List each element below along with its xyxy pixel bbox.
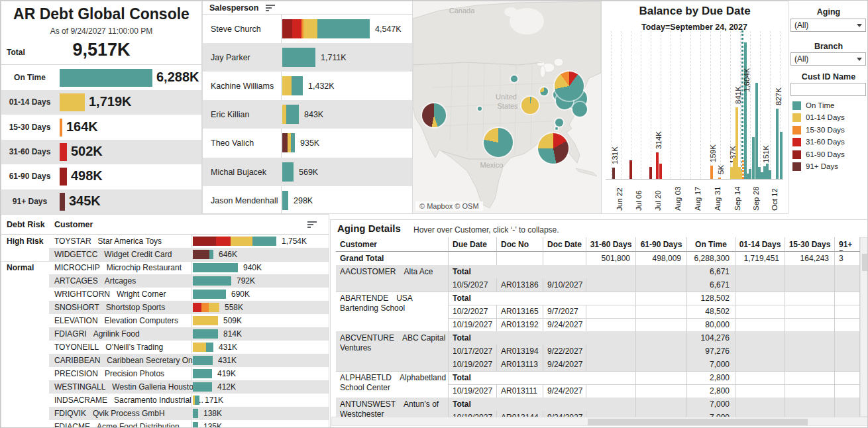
customer-row[interactable]: WRIGHTCORNWright Corner690K — [1, 288, 329, 301]
balance-bar[interactable] — [612, 168, 615, 179]
customer-row[interactable]: TOYONEILLO’Neill’s Trading431K — [1, 341, 329, 354]
customer-group-cell[interactable]: AACUSTOMERAlta Ace — [336, 265, 449, 292]
customer-row[interactable]: FDIAGRIAgrilink Food814K — [1, 327, 329, 341]
legend-item[interactable]: 61-90 Days — [792, 149, 865, 161]
horizontal-scrollbar-thumb[interactable] — [588, 419, 808, 425]
balance-bar[interactable] — [776, 109, 779, 179]
customer-bar[interactable] — [193, 316, 218, 325]
salesperson-bar[interactable] — [282, 76, 303, 95]
salesperson-name: Kachine Williams — [211, 81, 274, 91]
balance-bar[interactable] — [710, 166, 713, 179]
customer-row[interactable]: PRECISIONPrecision Photos419K — [1, 367, 329, 380]
gridline — [661, 31, 661, 179]
customer-bar[interactable] — [193, 290, 226, 299]
kpi-bar[interactable] — [60, 69, 152, 87]
map-pie-mark[interactable] — [478, 107, 482, 111]
customer-bar[interactable] — [193, 422, 198, 428]
branch-filter-dropdown[interactable]: (All) — [790, 52, 866, 66]
customer-row[interactable]: ARTCAGESArtcages792K — [1, 274, 329, 288]
salesperson-row: Steve Church4,547K — [203, 15, 412, 43]
x-axis-tick-label: Aug 17 — [694, 187, 702, 211]
customer-bar[interactable] — [193, 356, 213, 365]
kpi-row-value: 498K — [71, 168, 103, 184]
map-pie-mark[interactable] — [422, 103, 446, 127]
table-cell — [449, 252, 497, 265]
balance-bar[interactable] — [780, 132, 783, 179]
customer-row[interactable]: WESTINGALLWestin Galleria Houston412K — [1, 380, 329, 394]
kpi-bar[interactable] — [60, 193, 65, 211]
customer-bar[interactable] — [193, 329, 218, 339]
balance-bar[interactable] — [659, 164, 662, 179]
balance-bar[interactable] — [744, 42, 747, 179]
kpi-bar[interactable] — [60, 93, 85, 111]
kpi-bar[interactable] — [60, 119, 62, 136]
balance-bar[interactable] — [769, 170, 771, 179]
customer-bar[interactable] — [193, 250, 213, 259]
vertical-scrollbar[interactable] — [860, 237, 868, 417]
salesperson-bar[interactable] — [282, 162, 294, 182]
bar-segment — [252, 237, 276, 246]
customer-row[interactable]: FDIACMEAcme Food Distribution135K — [1, 420, 329, 428]
customer-row[interactable]: NormalMICROCHIPMicrochip Restaurant940K — [1, 261, 329, 274]
balance-bar[interactable] — [656, 152, 659, 179]
legend-item[interactable]: 15-30 Days — [792, 125, 865, 136]
legend-item[interactable]: On Time — [792, 100, 865, 112]
table-cell — [735, 371, 785, 384]
customer-row[interactable]: CARIBBEANCaribbean Secretary Online431K — [1, 354, 329, 367]
customer-row[interactable]: SNOSHORTShortstop Sports558K — [1, 301, 329, 314]
table-cell — [785, 358, 835, 371]
sort-descending-icon[interactable] — [266, 5, 275, 13]
map-pie-mark[interactable] — [555, 119, 563, 127]
customer-bar[interactable] — [193, 263, 238, 272]
kpi-bar[interactable] — [60, 143, 67, 161]
aging-filter-dropdown[interactable]: (All) — [790, 19, 866, 32]
customer-row[interactable]: FDIQVIKQvik Process GmbH138K — [1, 407, 329, 420]
salesperson-bar[interactable] — [282, 191, 288, 210]
customer-group-cell[interactable]: ABCVENTUREABC Capital Ventures — [336, 331, 449, 371]
salesperson-bar[interactable] — [282, 133, 295, 152]
customer-bar[interactable] — [193, 382, 212, 392]
horizontal-scrollbar[interactable] — [331, 417, 868, 426]
customer-row[interactable]: ELEVATIONElevation Computers509K — [1, 314, 329, 327]
customer-bar[interactable] — [193, 369, 212, 378]
balance-bar[interactable] — [752, 137, 755, 179]
customer-bar[interactable] — [193, 303, 219, 312]
sort-descending-icon[interactable] — [307, 221, 317, 229]
customer-row[interactable]: High RiskTOYSTARStar America Toys1,754K — [1, 235, 329, 248]
table-cell — [735, 318, 785, 331]
legend-item[interactable]: 31-60 Days — [792, 136, 865, 148]
kpi-bar[interactable] — [60, 168, 67, 186]
balance-bar[interactable] — [755, 83, 758, 179]
customer-value: 940K — [243, 263, 262, 272]
map-pie-mark[interactable] — [484, 128, 513, 157]
salesperson-bar[interactable] — [282, 48, 315, 67]
customer-group-cell[interactable]: ABARTENDEUSA Bartending School — [336, 292, 449, 331]
customer-bar[interactable] — [193, 396, 199, 405]
balance-bar[interactable] — [718, 178, 721, 179]
customer-bar[interactable] — [193, 237, 276, 246]
customer-bar[interactable] — [193, 276, 231, 286]
map-panel[interactable]: CanadaUnitedStatesMexico © Mapbox © OSM — [412, 1, 602, 214]
balance-bar[interactable] — [649, 167, 652, 179]
table-cell — [835, 358, 860, 371]
customer-group-cell[interactable]: ALPHABETLDAlphabetland School Center — [336, 371, 449, 398]
cust-id-name-input[interactable] — [790, 83, 866, 96]
map-pie-mark[interactable] — [555, 127, 558, 130]
map-pie-mark[interactable] — [572, 102, 587, 117]
map-pie-mark[interactable] — [511, 76, 517, 82]
customer-bar[interactable] — [193, 409, 198, 418]
vertical-scrollbar-thumb[interactable] — [862, 254, 868, 271]
salesperson-bar[interactable] — [282, 19, 370, 38]
legend-item[interactable]: 91+ Days — [792, 161, 865, 173]
salesperson-bar[interactable] — [282, 105, 299, 124]
legend-item[interactable]: 01-14 Days — [792, 112, 865, 124]
map-pie-mark[interactable] — [538, 133, 569, 164]
table-cell — [785, 345, 835, 358]
customer-row[interactable]: INDSACRAMESacramento Industrial S..171K — [1, 394, 329, 407]
customer-row[interactable]: WIDGETCCWidget Credit Card646K — [1, 248, 329, 261]
customer-bar[interactable] — [193, 343, 213, 352]
map-pie-mark[interactable] — [540, 87, 548, 95]
map-pie-mark[interactable] — [555, 72, 584, 101]
balance-bar[interactable] — [629, 160, 632, 179]
balance-bar[interactable] — [749, 169, 751, 179]
